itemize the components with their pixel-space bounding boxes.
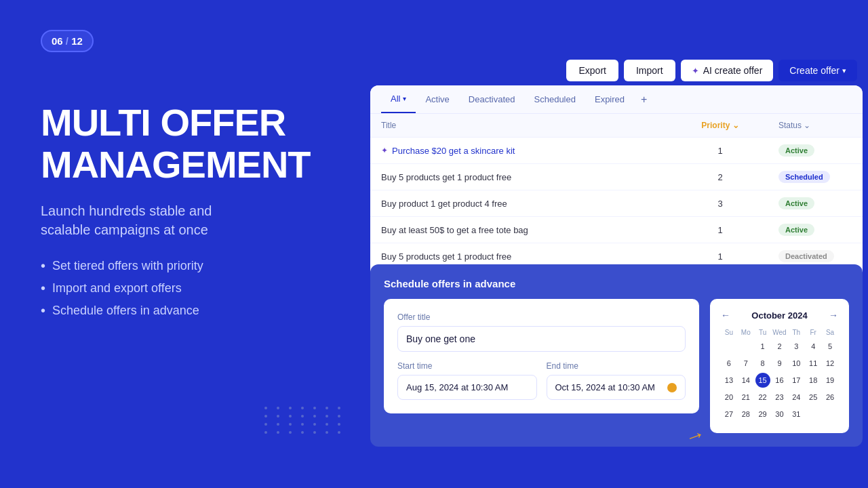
offer-status-cell: Active xyxy=(768,217,863,243)
offer-status-cell: Active xyxy=(768,190,863,217)
slide-badge: 06 / 12 xyxy=(41,30,94,52)
badge-slash: / xyxy=(63,35,72,47)
calendar-day[interactable]: 17 xyxy=(789,373,804,388)
import-button[interactable]: Import xyxy=(624,60,675,81)
chevron-down-icon: ▾ xyxy=(842,66,846,75)
table-row: Buy product 1 get product 4 free3Active xyxy=(370,190,863,217)
tabs-bar: All ▾ Active Deactivated Scheduled Expir… xyxy=(370,85,863,114)
calendar-day[interactable]: 18 xyxy=(806,373,821,388)
calendar-month-title: October 2024 xyxy=(751,310,807,321)
left-content: MULTI OFFER MANAGEMENT Launch hundreds s… xyxy=(41,102,339,325)
calendar-day xyxy=(823,407,837,422)
calendar-day[interactable]: 8 xyxy=(755,356,770,371)
calendar-day[interactable]: 30 xyxy=(772,407,787,422)
calendar-day[interactable]: 22 xyxy=(755,390,770,405)
calendar-day[interactable]: 28 xyxy=(738,407,753,422)
calendar-day[interactable]: 16 xyxy=(772,373,787,388)
calendar-day xyxy=(738,339,753,354)
calendar-day[interactable]: 20 xyxy=(722,390,736,405)
offer-priority-cell: 3 xyxy=(673,190,768,217)
table-row: ✦Purchase $20 get a skincare kit1Active xyxy=(370,138,863,164)
calendar-day[interactable]: 11 xyxy=(806,356,821,371)
status-badge: Scheduled xyxy=(778,171,830,183)
offer-title-link[interactable]: Purchase $20 get a skincare kit xyxy=(392,146,515,156)
calendar-next-button[interactable]: → xyxy=(829,310,838,321)
calendar-day[interactable]: 7 xyxy=(738,356,753,371)
ai-create-button[interactable]: ✦ AI create offer xyxy=(681,60,774,81)
calendar-day[interactable]: 1 xyxy=(755,339,770,354)
export-button[interactable]: Export xyxy=(566,60,618,81)
tab-expired[interactable]: Expired xyxy=(585,86,634,113)
status-badge: Active xyxy=(778,197,814,209)
offer-title-input[interactable] xyxy=(397,326,686,352)
bullet-2: Import and export offers xyxy=(41,281,339,296)
start-time-value: Aug 15, 2024 at 10:30 AM xyxy=(406,382,508,392)
calendar-day xyxy=(722,339,736,354)
calendar-grid: SuMoTuWedThFrSa1234567891011121314151617… xyxy=(721,327,838,422)
schedule-panel: Schedule offers in advance Offer title S… xyxy=(370,264,863,447)
priority-column-header[interactable]: Priority ⌄ xyxy=(673,114,768,138)
end-time-input[interactable]: Oct 15, 2024 at 10:30 AM xyxy=(547,375,686,400)
table-row: Buy 5 products get 1 product free2Schedu… xyxy=(370,164,863,190)
offer-title-label: Offer title xyxy=(397,312,686,322)
add-tab-button[interactable]: + xyxy=(634,87,654,113)
calendar-day[interactable]: 5 xyxy=(823,339,837,354)
status-badge: Deactivated xyxy=(778,250,834,262)
calendar-day[interactable]: 6 xyxy=(722,356,736,371)
tab-active[interactable]: Active xyxy=(416,86,458,113)
offer-priority-cell: 2 xyxy=(673,164,768,190)
subtitle: Launch hundreds stable andscalable campa… xyxy=(41,201,339,239)
ai-icon: ✦ xyxy=(692,66,699,76)
calendar-day[interactable]: 13 xyxy=(722,373,736,388)
calendar-day-header: Th xyxy=(788,327,804,338)
end-time-label: End time xyxy=(547,361,686,371)
calendar-day-header: Wed xyxy=(772,327,788,338)
tab-deactivated[interactable]: Deactivated xyxy=(459,86,525,113)
start-time-label: Start time xyxy=(397,361,537,371)
calendar-day[interactable]: 10 xyxy=(789,356,804,371)
bullet-1: Set tiered offers with priority xyxy=(41,258,339,274)
schedule-inner: Offer title Start time Aug 15, 2024 at 1… xyxy=(384,299,849,433)
dots-decoration xyxy=(264,407,344,434)
start-time-input[interactable]: Aug 15, 2024 at 10:30 AM xyxy=(397,375,537,400)
status-badge: Active xyxy=(778,144,814,157)
badge-total: 12 xyxy=(71,35,83,47)
end-time-value: Oct 15, 2024 at 10:30 AM xyxy=(555,382,655,392)
calendar-header: ← October 2024 → xyxy=(721,310,838,321)
calendar-day[interactable]: 24 xyxy=(789,390,804,405)
calendar-day[interactable]: 26 xyxy=(823,390,837,405)
time-row: Start time Aug 15, 2024 at 10:30 AM End … xyxy=(397,361,686,400)
bullet-list: Set tiered offers with priority Import a… xyxy=(41,258,339,319)
calendar-day[interactable]: 23 xyxy=(772,390,787,405)
status-badge: Active xyxy=(778,224,814,236)
calendar-day[interactable]: 21 xyxy=(738,390,753,405)
calendar-day[interactable]: 19 xyxy=(823,373,837,388)
schedule-title: Schedule offers in advance xyxy=(384,278,849,289)
offer-title-cell: Buy product 1 get product 4 free xyxy=(370,190,673,217)
table-row: Buy at least 50$ to get a free tote bag1… xyxy=(370,217,863,243)
toolbar: Export Import ✦ AI create offer Create o… xyxy=(566,60,857,81)
start-time-group: Start time Aug 15, 2024 at 10:30 AM xyxy=(397,361,537,400)
sort-icon: ⌄ xyxy=(732,121,739,130)
tab-scheduled[interactable]: Scheduled xyxy=(525,86,585,113)
create-offer-button[interactable]: Create offer ▾ xyxy=(778,60,857,81)
calendar-day[interactable]: 27 xyxy=(722,407,736,422)
calendar-day[interactable]: 2 xyxy=(772,339,787,354)
offer-status-cell: Scheduled xyxy=(768,164,863,190)
calendar-day[interactable]: 3 xyxy=(789,339,804,354)
tab-all[interactable]: All ▾ xyxy=(381,85,416,113)
calendar-day[interactable]: 12 xyxy=(823,356,837,371)
calendar-day-header: Mo xyxy=(738,327,754,338)
time-dot-icon xyxy=(667,383,677,392)
calendar-day[interactable]: 4 xyxy=(806,339,821,354)
offer-title-cell: Buy 5 products get 1 product free xyxy=(370,164,673,190)
calendar-day[interactable]: 25 xyxy=(806,390,821,405)
calendar-prev-button[interactable]: ← xyxy=(721,310,730,321)
calendar-day[interactable]: 31 xyxy=(789,407,804,422)
calendar-day[interactable]: 14 xyxy=(738,373,753,388)
calendar-day[interactable]: 15 xyxy=(755,373,770,388)
offer-title-cell: Buy at least 50$ to get a free tote bag xyxy=(370,217,673,243)
calendar-day[interactable]: 29 xyxy=(755,407,770,422)
calendar-day-header: Tu xyxy=(755,327,771,338)
calendar-day[interactable]: 9 xyxy=(772,356,787,371)
